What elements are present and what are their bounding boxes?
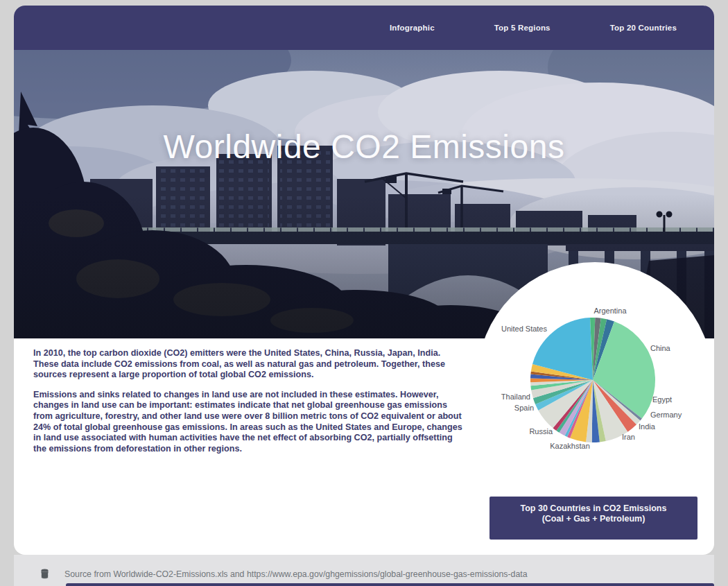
paragraph-1: In 2010, the top carbon dioxide (CO2) em… — [33, 348, 465, 381]
source-text: Source from Worldwide-CO2-Emissions.xls … — [64, 569, 528, 579]
intro-text: In 2010, the top carbon dioxide (CO2) em… — [33, 348, 465, 463]
chart-caption-line1: Top 30 Countries in CO2 Emissions — [489, 503, 697, 514]
nav-item-top5-regions[interactable]: Top 5 Regions — [494, 24, 551, 32]
pie-label-united-states: United States — [501, 325, 548, 333]
nav-item-infographic[interactable]: Infographic — [390, 24, 435, 32]
infographic-card: Worldwide CO2 Emissions Infographic Top … — [14, 6, 714, 555]
next-section-header-strip — [66, 583, 714, 586]
source-url-link[interactable]: https://www.epa.gov/ghgemissions/global-… — [247, 569, 528, 579]
pie-label-thailand: Thailand — [501, 393, 530, 401]
pie-label-iran: Iran — [622, 433, 635, 441]
pie-label-russia: Russia — [529, 427, 553, 436]
paragraph-2: Emissions and sinks related to changes i… — [33, 390, 465, 455]
nav-item-top20-countries[interactable]: Top 20 Countries — [610, 24, 677, 32]
pie-label-kazakhstan: Kazakhstan — [550, 442, 589, 450]
pie-label-spain: Spain — [514, 404, 534, 412]
pie-label-china: China — [650, 344, 671, 352]
pie-label-egypt: Egypt — [652, 395, 672, 404]
chart-caption-line2: (Coal + Gas + Petroleum) — [489, 514, 697, 524]
database-icon — [40, 569, 49, 579]
top-nav: Infographic Top 5 Regions Top 20 Countri… — [14, 6, 714, 50]
source-footer: Source from Worldwide-CO2-Emissions.xls … — [14, 555, 714, 586]
page-title: Worldwide CO2 Emissions — [14, 128, 714, 166]
pie-label-germany: Germany — [650, 411, 682, 419]
page: Worldwide CO2 Emissions Infographic Top … — [0, 0, 728, 586]
chart-caption-box: Top 30 Countries in CO2 Emissions (Coal … — [489, 497, 697, 540]
source-prefix: Source from Worldwide-CO2-Emissions.xls … — [64, 569, 247, 579]
pie-chart: ArgentinaChinaEgyptGermanyIndiaIranKazak… — [492, 283, 700, 477]
pie-label-argentina: Argentina — [593, 307, 627, 315]
pie-label-india: India — [639, 422, 656, 431]
